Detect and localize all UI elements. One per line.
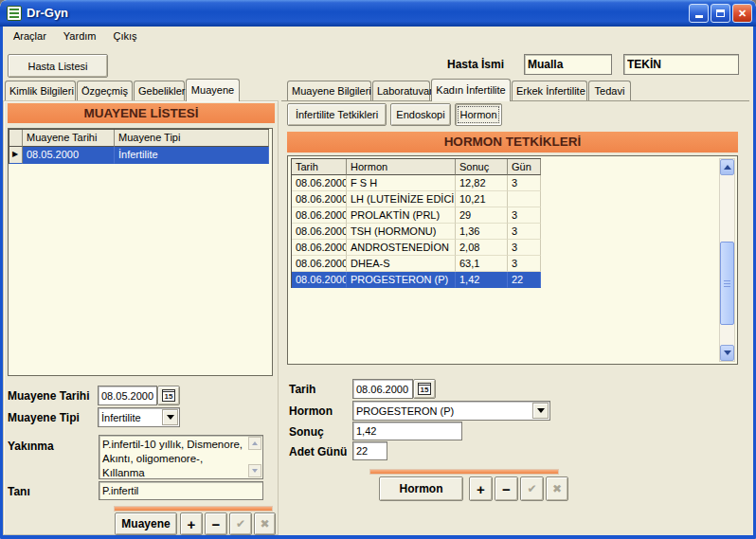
muayene-tarihi-field[interactable] xyxy=(98,386,157,405)
table-cell: 3 xyxy=(508,240,541,256)
muayene-nav-button[interactable]: Muayene xyxy=(115,512,177,535)
column-header[interactable]: Gün xyxy=(508,159,541,175)
chevron-down-icon xyxy=(537,408,545,413)
table-row[interactable]: 08.06.2000ANDROSTENEDİON2,083 xyxy=(292,240,541,256)
column-header[interactable]: Tarih xyxy=(292,159,347,175)
tab-ozgecmis[interactable]: Özgeçmiş xyxy=(77,81,133,100)
hormon-table-panel: TarihHormonSonuçGün08.06.2000F S H12,823… xyxy=(287,155,738,365)
adet-gunu-field[interactable] xyxy=(352,441,387,460)
muayene-tarihi-calendar-button[interactable]: 15 xyxy=(157,386,180,405)
column-header[interactable]: Hormon xyxy=(347,159,456,175)
table-cell: 1,42 xyxy=(456,272,508,288)
tab-erkek-infertilite[interactable]: Erkek İnfertilite xyxy=(512,81,587,100)
muayene-tipi-combo[interactable] xyxy=(98,407,180,427)
hasta-listesi-button[interactable]: Hasta Listesi xyxy=(8,54,108,78)
hormon-value[interactable] xyxy=(352,401,550,421)
menu-bar: Araçlar Yardım Çıkış xyxy=(3,27,753,45)
table-cell: PROGESTERON (P) xyxy=(347,272,456,288)
tani-label: Tanı xyxy=(8,485,30,498)
tab-muayene-bilgileri[interactable]: Muayene Bilgileri xyxy=(287,81,371,100)
minimize-button[interactable] xyxy=(689,4,709,23)
menu-yardim[interactable]: Yardım xyxy=(55,27,105,45)
muayene-tipi-dropdown-button[interactable] xyxy=(162,409,178,425)
yakinma-scroll-up-button[interactable] xyxy=(248,437,261,450)
chevron-up-icon xyxy=(724,165,731,170)
table-row[interactable]: 08.06.2000TSH (HORMONU)1,363 xyxy=(292,224,541,240)
table-row[interactable]: 08.06.2000LH (LUTEİNİZE EDİCİ10,21 xyxy=(292,191,541,207)
post-record-button: ✔ xyxy=(229,512,252,535)
scrollbar-track[interactable] xyxy=(720,175,734,345)
infertilite-tetkikleri-button[interactable]: İnfertilite Tetkikleri xyxy=(287,103,387,126)
maximize-button[interactable] xyxy=(711,4,730,23)
hormon-combo[interactable] xyxy=(352,401,550,421)
table-row[interactable]: 08.06.2000PROGESTERON (P)1,4222 xyxy=(292,272,541,288)
tab-kadin-infertilite[interactable]: Kadın İnfertilite xyxy=(431,79,511,101)
table-cell: F S H xyxy=(347,175,456,191)
table-cell: PROLAKTİN (PRL) xyxy=(347,207,456,224)
calendar-icon: 15 xyxy=(162,389,175,402)
window-title: Dr-Gyn xyxy=(27,6,68,20)
table-cell: 08.06.2000 xyxy=(292,191,347,207)
table-cell: LH (LUTEİNİZE EDİCİ xyxy=(347,191,456,207)
chevron-up-icon xyxy=(252,441,258,445)
title-bar[interactable]: Dr-Gyn ✕ xyxy=(0,0,756,27)
table-cell: 08.06.2000 xyxy=(292,175,347,191)
endoskopi-button[interactable]: Endoskopi xyxy=(390,103,451,126)
table-cell: 1,36 xyxy=(456,224,508,240)
close-button[interactable]: ✕ xyxy=(732,4,752,23)
table-row[interactable]: 08.06.2000F S H12,823 xyxy=(292,175,541,191)
table-body: TarihHormonSonuçGün08.06.2000F S H12,823… xyxy=(291,158,541,288)
delete-record-button[interactable]: − xyxy=(205,512,227,535)
scrollbar-thumb[interactable] xyxy=(720,242,734,325)
scroll-up-button[interactable] xyxy=(720,159,734,175)
muayene-table[interactable]: Muayene TarihiMuayene Tipi▶08.05.2000İnf… xyxy=(8,128,273,376)
table-cell: TSH (HORMONU) xyxy=(347,224,456,240)
table-cell: 3 xyxy=(508,175,541,191)
tarih-field[interactable] xyxy=(352,379,413,399)
hormon-dropdown-button[interactable] xyxy=(532,403,549,419)
scroll-down-button[interactable] xyxy=(720,345,734,361)
tarih-calendar-button[interactable]: 15 xyxy=(413,379,436,399)
first-name-field[interactable] xyxy=(524,54,612,75)
column-header[interactable]: Muayene Tarihi xyxy=(23,130,115,147)
sonuc-field[interactable] xyxy=(352,422,462,440)
right-tabsheet-edge xyxy=(281,100,749,101)
table-cell: 63,1 xyxy=(456,256,508,272)
tab-kimlik-bilgileri[interactable]: Kimlik Bilgileri xyxy=(5,81,76,100)
menu-araclar[interactable]: Araçlar xyxy=(5,27,55,45)
table-cell: 08.06.2000 xyxy=(292,256,347,272)
delete-record-button[interactable]: − xyxy=(495,476,518,501)
table-row[interactable]: 08.06.2000PROLAKTİN (PRL)293 xyxy=(292,207,541,224)
tani-field[interactable] xyxy=(99,481,263,500)
chevron-down-icon xyxy=(252,469,258,473)
column-header[interactable]: Sonuç xyxy=(456,159,508,175)
chevron-down-icon xyxy=(724,350,731,355)
last-name-field[interactable] xyxy=(623,54,739,75)
table-row[interactable]: 08.06.2000DHEA-S63,13 xyxy=(292,256,541,272)
tab-muayene[interactable]: Muayene xyxy=(186,79,240,101)
hormon-nav-button[interactable]: Hormon xyxy=(379,476,463,501)
menu-cikis[interactable]: Çıkış xyxy=(104,27,145,45)
chevron-down-icon xyxy=(167,415,174,420)
add-record-button[interactable]: + xyxy=(180,512,203,535)
hormon-button[interactable]: Hormon xyxy=(455,103,502,126)
table-cell: DHEA-S xyxy=(347,256,456,272)
tab-tedavi[interactable]: Tedavi xyxy=(588,81,631,100)
hormon-table-scrollbar[interactable] xyxy=(719,158,735,362)
row-marker-header xyxy=(9,130,23,147)
column-header[interactable]: Muayene Tipi xyxy=(115,130,269,147)
table-cell: 08.06.2000 xyxy=(292,240,347,256)
table-body: Muayene TarihiMuayene Tipi▶08.05.2000İnf… xyxy=(9,129,269,164)
cancel-record-button: ✖ xyxy=(546,476,568,501)
cancel-record-button: ✖ xyxy=(254,512,276,535)
yakinma-textarea[interactable]: P.infertil-10 yıllık, Dismenore, Akıntı,… xyxy=(99,435,263,479)
add-record-button[interactable]: + xyxy=(469,476,493,501)
tab-gebelikler[interactable]: Gebelikler xyxy=(134,81,185,100)
hormon-table[interactable]: TarihHormonSonuçGün08.06.2000F S H12,823… xyxy=(291,158,541,288)
table-cell: 22 xyxy=(508,272,541,288)
table-row[interactable]: ▶08.05.2000İnfertilite xyxy=(9,147,269,164)
tarih-label: Tarih xyxy=(289,383,315,396)
table-cell: 08.05.2000 xyxy=(23,147,115,164)
yakinma-scroll-down-button[interactable] xyxy=(248,464,261,477)
tab-laboratuvar[interactable]: Laboratuvar xyxy=(372,81,430,100)
